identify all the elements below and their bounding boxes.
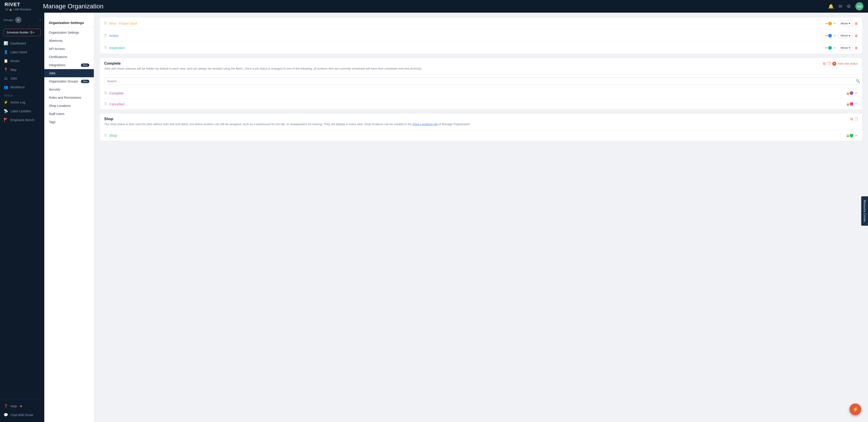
add-new-status-button[interactable]: + Add new status — [832, 62, 858, 66]
resource-center-button[interactable]: Resource Center — [861, 196, 868, 226]
copy-icon[interactable]: ⧉ — [823, 62, 826, 66]
edit-name-icon[interactable]: ✏ — [826, 46, 828, 50]
drag-handle-icon[interactable]: ⠿ — [104, 21, 107, 26]
delete-icon[interactable]: 🗑 — [855, 34, 858, 37]
drag-handle-icon[interactable]: ⠿ — [104, 91, 107, 95]
sidebar-item-label: Employee Bench — [10, 118, 34, 122]
chat-rosie-icon: 💬 — [4, 413, 8, 417]
move-button[interactable]: Move ▾ — [838, 45, 853, 51]
sidebar-item-action-log[interactable]: ⚡ Action Log — [0, 98, 44, 107]
lock-icon: 🔒 — [846, 92, 850, 95]
mail-icon[interactable]: ✉ — [838, 4, 842, 9]
shop-section-header: Shop The shop status is best used for jo… — [100, 113, 862, 130]
schedule-builder-button[interactable]: Schedule Builder ☰+ — [4, 29, 41, 36]
edit-color-icon[interactable]: ✏ — [834, 22, 836, 25]
status-name: Shop — [109, 133, 845, 137]
notifications-icon[interactable]: 🔔 — [828, 4, 834, 9]
groups-avatar[interactable]: G — [15, 17, 22, 23]
shop-header-text: Shop The shop status is best used for jo… — [104, 117, 848, 127]
settings-nav-staff-users[interactable]: Staff Users — [44, 110, 94, 118]
settings-nav-security[interactable]: Security — [44, 86, 94, 94]
color-dot — [828, 34, 832, 37]
complete-section-header: Complete Jobs with these statuses will b… — [100, 58, 862, 75]
settings-nav-certifications[interactable]: Certifications — [44, 53, 94, 61]
add-icon: + — [832, 62, 836, 66]
labor-need-icon: 👤 — [4, 50, 8, 54]
copy-icon[interactable]: ⧉ — [850, 117, 853, 121]
drag-handle-icon[interactable]: ⠿ — [104, 133, 107, 137]
sidebar-item-labor-need[interactable]: 👤 Labor Need — [0, 48, 44, 57]
settings-nav-api-access[interactable]: API Access — [44, 45, 94, 53]
integrations-badge: Beta — [81, 63, 89, 67]
settings-nav-absences[interactable]: Absences — [44, 37, 94, 45]
edit-name-icon[interactable]: ✏ — [826, 22, 828, 25]
copy-outline-icon[interactable]: ❐ — [827, 61, 831, 66]
roster-icon: 📋 — [4, 59, 8, 63]
sidebar-item-label: Jobs — [10, 76, 17, 80]
move-button[interactable]: Move ▾ — [838, 21, 853, 26]
sidebar-item-chat-rosie[interactable]: 💬 Chat With Rosie — [0, 411, 44, 419]
shop-header-actions: ⧉ ❐ — [850, 117, 858, 121]
content-area: ⠿ Won - Future Start ✏ ✏ Move ▾ 🗑 ⠿ Acti… — [94, 13, 868, 422]
sidebar-item-workforce[interactable]: 👥 Workforce — [0, 83, 44, 92]
copy-outline-gray-icon[interactable]: ❐ — [855, 117, 858, 121]
help-icon: ❓ — [4, 404, 8, 408]
schedule-builder-label: Schedule Builder — [6, 31, 29, 34]
sidebar-item-jobs[interactable]: 🗂 Jobs — [0, 74, 44, 83]
color-dot — [850, 134, 853, 137]
groups-chevron-icon[interactable]: › — [39, 18, 41, 22]
settings-nav-roles-permissions[interactable]: Roles and Permissions — [44, 94, 94, 102]
move-button[interactable]: Move ▾ — [838, 33, 853, 38]
sidebar-item-label: Labor Need — [10, 51, 27, 54]
employee-bench-icon: 🚩 — [4, 118, 8, 122]
sidebar-item-roster[interactable]: 📋 Roster — [0, 57, 44, 65]
org-groups-badge: Beta — [81, 80, 89, 83]
edit-color-icon[interactable]: ✏ — [855, 102, 858, 106]
status-row-actions: ✏ — [850, 134, 858, 137]
search-input[interactable] — [104, 77, 858, 85]
avatar[interactable]: AO — [855, 2, 864, 10]
settings-nav-integrations[interactable]: Integrations Beta — [44, 61, 94, 69]
sidebar-item-map[interactable]: 📍 Map — [0, 65, 44, 74]
app-logo: RIVET — [4, 2, 36, 7]
complete-header-actions: ⧉ ❐ + Add new status — [823, 61, 858, 66]
sidebar-item-help[interactable]: ❓ Help — [0, 402, 44, 411]
settings-nav-org-settings[interactable]: Organization Settings — [44, 29, 94, 37]
lock-icon: 🔒 — [846, 134, 850, 137]
edit-color-icon[interactable]: ✏ — [855, 91, 858, 95]
shop-locations-link[interactable]: Shop Locations tab — [412, 123, 438, 126]
drag-handle-icon[interactable]: ⠿ — [104, 102, 107, 106]
groups-section: Groups G › — [0, 15, 44, 26]
settings-nav-org-groups[interactable]: Organization Groups Beta — [44, 77, 94, 86]
settings-nav-tags[interactable]: Tags — [44, 118, 94, 126]
sidebar-item-label: Action Log — [10, 100, 25, 104]
workforce-icon: 👥 — [4, 85, 8, 89]
delete-icon[interactable]: 🗑 — [855, 22, 858, 25]
sidebar-item-employee-bench[interactable]: 🚩 Employee Bench — [0, 116, 44, 124]
edit-color-icon[interactable]: ✏ — [855, 134, 858, 137]
drag-handle-icon[interactable]: ⠿ — [104, 33, 107, 38]
settings-nav-shop-locations[interactable]: Shop Locations — [44, 102, 94, 110]
map-icon: 📍 — [4, 68, 8, 72]
drag-handle-icon[interactable]: ⠿ — [104, 45, 107, 50]
sidebar-item-label: Chat With Rosie — [10, 413, 33, 417]
groups-label: Groups — [4, 18, 13, 22]
tools-section-label: TOOLS — [0, 92, 44, 98]
edit-color-icon[interactable]: ✏ — [834, 34, 836, 37]
shop-section-title: Shop — [104, 117, 848, 121]
edit-name-icon[interactable]: ✏ — [826, 34, 828, 37]
complete-header-text: Complete Jobs with these statuses will b… — [104, 61, 820, 71]
status-name: Inspection — [109, 46, 824, 50]
complete-section-desc: Jobs with these statuses will be hidden … — [104, 66, 820, 71]
sidebar-item-dashboard[interactable]: 📊 Dashboard — [0, 39, 44, 48]
settings-icon[interactable]: ⚙ — [847, 4, 851, 9]
flash-button[interactable]: ⚡ — [849, 403, 861, 415]
settings-nav-jobs[interactable]: Jobs — [44, 69, 94, 77]
color-dot — [850, 91, 853, 95]
edit-color-icon[interactable]: ✏ — [834, 46, 836, 50]
add-status-label: Add new status — [838, 62, 858, 65]
color-dot — [828, 22, 832, 25]
sidebar: Groups G › Schedule Builder ☰+ 📊 Dashboa… — [0, 13, 44, 422]
delete-icon[interactable]: 🗑 — [855, 46, 858, 50]
sidebar-item-labor-updates[interactable]: 📡 Labor Updates — [0, 107, 44, 116]
